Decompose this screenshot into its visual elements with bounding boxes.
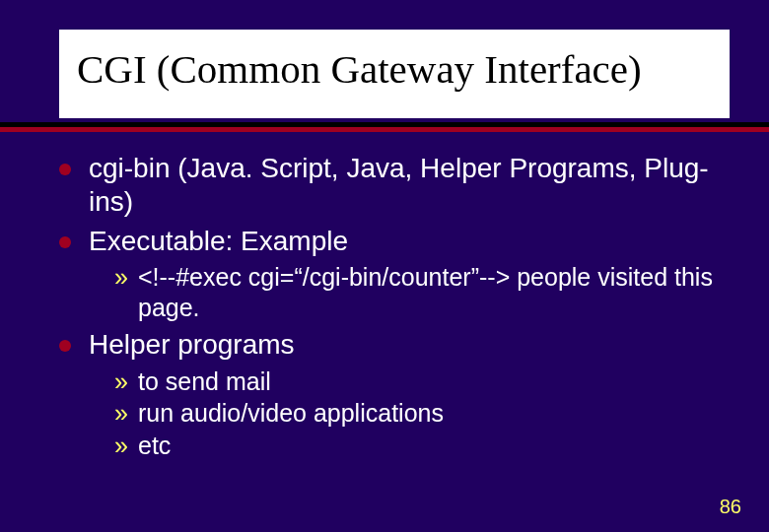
bullet-text: cgi-bin (Java. Script, Java, Helper Prog…	[89, 153, 709, 217]
bullet-item: Helper programs to send mail run audio/v…	[59, 328, 730, 460]
sub-bullet-text: etc	[138, 432, 171, 459]
sub-bullet-item: run audio/video applications	[114, 398, 730, 429]
sub-bullet-text: <!--#exec cgi=“/cgi-bin/counter”--> peop…	[138, 263, 713, 321]
sub-bullet-text: run audio/video applications	[138, 399, 444, 427]
page-number: 86	[720, 496, 741, 518]
sub-bullet-item: to send mail	[114, 366, 730, 397]
sub-bullet-item: etc	[114, 431, 730, 461]
sub-bullet-text: to send mail	[138, 367, 271, 395]
bullet-text: Executable: Example	[89, 226, 348, 256]
sub-bullet-list: to send mail run audio/video application…	[89, 366, 730, 461]
bullet-text: Helper programs	[89, 329, 295, 360]
sub-bullet-item: <!--#exec cgi=“/cgi-bin/counter”--> peop…	[114, 262, 730, 322]
slide-title: CGI (Common Gateway Interface)	[59, 30, 730, 118]
bullet-list: cgi-bin (Java. Script, Java, Helper Prog…	[59, 152, 730, 460]
sub-bullet-list: <!--#exec cgi=“/cgi-bin/counter”--> peop…	[89, 262, 730, 322]
slide: CGI (Common Gateway Interface) cgi-bin (…	[0, 0, 769, 532]
bullet-item: cgi-bin (Java. Script, Java, Helper Prog…	[59, 152, 730, 219]
bullet-item: Executable: Example <!--#exec cgi=“/cgi-…	[59, 225, 730, 322]
